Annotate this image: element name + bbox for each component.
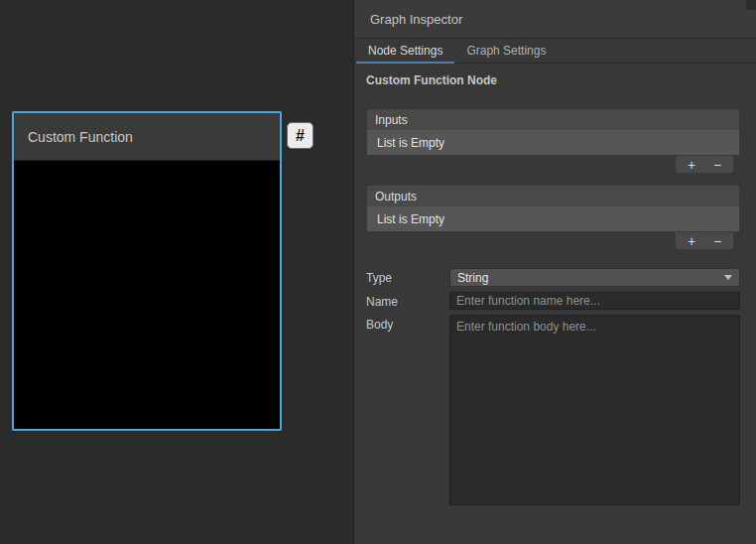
inputs-list-header: Inputs — [366, 108, 740, 130]
name-row: Name — [366, 292, 740, 310]
outputs-empty-label: List is Empty — [377, 212, 444, 226]
custom-function-node[interactable]: Custom Function — [12, 111, 282, 431]
minus-icon: − — [713, 234, 721, 248]
tab-node-settings[interactable]: Node Settings — [356, 39, 454, 63]
inspector-title: Graph Inspector — [370, 12, 462, 27]
chevron-down-icon — [724, 275, 732, 280]
node-settings-heading: Custom Function Node — [366, 73, 740, 87]
outputs-list-footer: + − — [366, 232, 740, 251]
outputs-list: Outputs List is Empty + − — [366, 185, 740, 251]
name-label: Name — [366, 292, 449, 310]
spacer — [366, 261, 740, 268]
tab-node-settings-label: Node Settings — [368, 44, 442, 58]
inputs-list-buttons: + − — [675, 156, 734, 174]
inspector-content: Custom Function Node Inputs List is Empt… — [354, 64, 756, 505]
type-dropdown[interactable]: String — [449, 268, 740, 287]
type-dropdown-value: String — [457, 271, 488, 285]
node-preview-area — [14, 161, 280, 429]
graph-inspector-panel: Graph Inspector Node Settings Graph Sett… — [353, 0, 756, 544]
inspector-titlebar[interactable]: Graph Inspector — [354, 0, 756, 39]
inputs-list: Inputs List is Empty + − — [366, 108, 740, 175]
node-title: Custom Function — [28, 129, 133, 145]
plus-icon: + — [688, 158, 695, 172]
function-name-input[interactable] — [449, 292, 740, 310]
inspector-tab-bar: Node Settings Graph Settings — [354, 39, 756, 64]
outputs-remove-button[interactable]: − — [704, 232, 730, 249]
hash-icon: # — [296, 127, 305, 145]
inputs-list-footer: + − — [366, 156, 740, 175]
hash-badge-button[interactable]: # — [287, 122, 314, 149]
inputs-add-button[interactable]: + — [679, 156, 704, 173]
tab-graph-settings-label: Graph Settings — [466, 44, 546, 58]
graph-editor-window: Custom Function # Graph Inspector Node S… — [0, 0, 756, 544]
minus-icon: − — [713, 158, 721, 172]
inputs-remove-button[interactable]: − — [704, 156, 730, 173]
type-row: Type String — [366, 268, 740, 287]
inputs-list-empty-row: List is Empty — [366, 130, 740, 156]
node-header[interactable]: Custom Function — [14, 113, 280, 161]
inputs-empty-label: List is Empty — [377, 136, 444, 150]
body-label: Body — [366, 315, 449, 505]
outputs-list-title: Outputs — [375, 190, 417, 204]
outputs-list-empty-row: List is Empty — [366, 206, 740, 232]
body-row: Body — [366, 315, 740, 505]
type-label: Type — [366, 268, 449, 287]
function-body-textarea[interactable] — [449, 315, 740, 505]
inputs-list-title: Inputs — [375, 113, 408, 127]
outputs-list-header: Outputs — [366, 185, 740, 206]
outputs-add-button[interactable]: + — [679, 232, 704, 249]
scrollbar-corner — [746, 0, 756, 10]
plus-icon: + — [688, 234, 695, 248]
tab-graph-settings[interactable]: Graph Settings — [454, 39, 558, 63]
outputs-list-buttons: + − — [675, 232, 734, 250]
